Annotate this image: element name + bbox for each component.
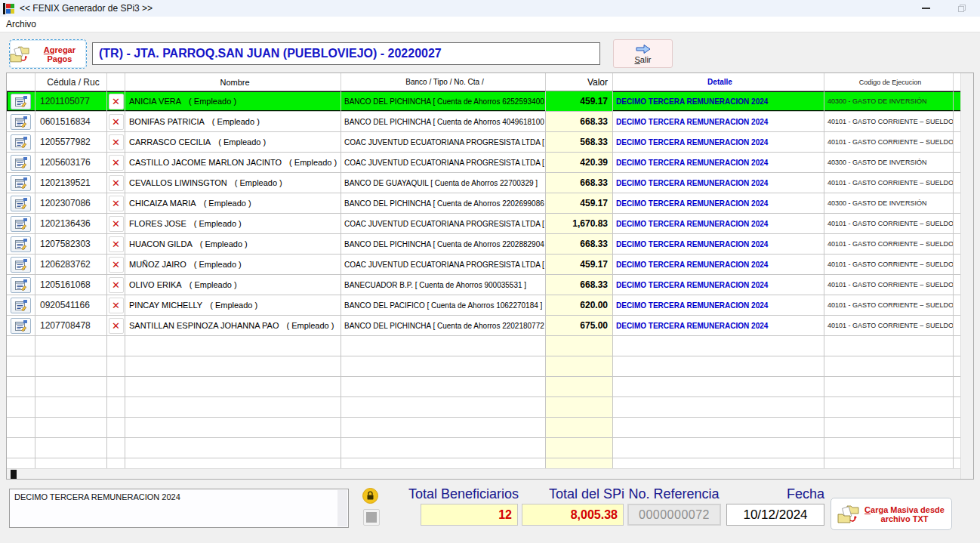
edit-form-icon: [15, 320, 27, 332]
table-row[interactable]: 0920541166✕PINCAY MICHELLY( Empleado )BA…: [7, 295, 962, 316]
nombre-cell: CASTILLO JACOME MARLON JACINTO( Empleado…: [125, 153, 341, 172]
table-row[interactable]: 1206283762✕MUÑOZ JAIRO( Empleado )COAC J…: [7, 255, 962, 275]
detalle-cell: [613, 418, 824, 437]
entity-title-field[interactable]: [92, 42, 600, 65]
banco-cell: [341, 438, 546, 458]
vertical-scrollbar[interactable]: [960, 73, 973, 479]
delete-row-button[interactable]: ✕: [109, 277, 124, 293]
edit-row-button[interactable]: [11, 196, 31, 211]
delete-row-button[interactable]: ✕: [109, 196, 124, 211]
edit-row-button[interactable]: [11, 155, 31, 171]
codigo-cell: [824, 397, 954, 417]
delete-row-button[interactable]: ✕: [109, 94, 124, 110]
fecha-label: Fecha: [683, 486, 824, 502]
col-header-banco[interactable]: Banco / Tipo / No. Cta /: [341, 73, 546, 91]
delete-row-button[interactable]: ✕: [109, 298, 124, 313]
nombre-cell: MUÑOZ JAIRO( Empleado ): [125, 255, 341, 274]
delete-row-button[interactable]: ✕: [109, 236, 124, 252]
table-row[interactable]: 1205603176✕CASTILLO JACOME MARLON JACINT…: [7, 153, 962, 173]
delete-row-button[interactable]: ✕: [109, 216, 124, 232]
delete-row-button[interactable]: ✕: [109, 114, 124, 130]
codigo-cell: 40101 - GASTO CORRIENTE – SUELDOS: [824, 316, 954, 335]
edit-row-button[interactable]: [11, 277, 31, 293]
edit-form-icon: [15, 116, 27, 128]
restore-button[interactable]: [945, 0, 978, 17]
edit-row-button[interactable]: [11, 257, 31, 273]
codigo-cell: 40101 - GASTO CORRIENTE – SUELDOS: [824, 275, 954, 295]
edit-row-button[interactable]: [11, 298, 31, 313]
table-row[interactable]: 1202139521✕CEVALLOS LIWINSGTON( Empleado…: [7, 173, 962, 193]
horizontal-scrollbar-thumb[interactable]: [11, 470, 17, 479]
table-body: 1201105077✕ANICIA VERA( Empleado )BANCO …: [7, 91, 962, 470]
banco-cell: COAC JUVENTUD ECUATORIANA PROGRESISTA LT…: [341, 132, 546, 152]
nombre-cell: CHICAIZA MARIA( Empleado ): [125, 193, 341, 213]
table-row[interactable]: 1207582303✕HUACON GILDA( Empleado )BANCO…: [7, 234, 962, 255]
col-header-codigo[interactable]: Codigo de Ejecucion: [824, 73, 954, 91]
nombre-cell: PINCAY MICHELLY( Empleado ): [125, 295, 341, 315]
valor-cell: 668.33: [546, 275, 613, 295]
horizontal-scrollbar[interactable]: [7, 468, 962, 479]
detalle-cell: [613, 336, 824, 356]
folders-icon: [837, 504, 860, 525]
detalle-cell: DECIMO TERCERA REMUNERACION 2024: [613, 275, 824, 295]
delete-cell: [107, 418, 125, 437]
menu-archivo[interactable]: Archivo: [0, 19, 42, 29]
edit-row-button[interactable]: [11, 134, 31, 150]
table-row[interactable]: 1202136436✕FLORES JOSE( Empleado )COAC J…: [7, 214, 962, 234]
codigo-cell: [824, 356, 954, 376]
table-row[interactable]: 1205577982✕CARRASCO CECILIA( Empleado )C…: [7, 132, 962, 153]
detalle-cell: DECIMO TERCERA REMUNERACION 2024: [613, 255, 824, 274]
edit-form-icon: [15, 198, 27, 209]
table-row[interactable]: 1202307086✕CHICAIZA MARIA( Empleado )BAN…: [7, 193, 962, 214]
delete-row-button[interactable]: ✕: [109, 257, 124, 273]
cedula-cell: [35, 438, 107, 458]
codigo-cell: 40101 - GASTO CORRIENTE – SUELDOS: [824, 173, 954, 193]
banco-cell: COAC JUVENTUD ECUATORIANA PROGRESISTA LT…: [341, 255, 546, 274]
delete-row-button[interactable]: ✕: [109, 134, 124, 150]
edit-cell: [7, 153, 35, 172]
banco-cell: [341, 397, 546, 417]
table-row[interactable]: 1205161068✕OLIVO ERIKA( Empleado )BANECU…: [7, 275, 962, 295]
tipo-text: ( Empleado ): [235, 178, 282, 187]
detalle-memo-field[interactable]: DECIMO TERCERA REMUNERACION 2024: [9, 489, 349, 528]
edit-cell: [7, 234, 35, 254]
edit-row-button[interactable]: [11, 175, 31, 191]
delete-row-button[interactable]: ✕: [109, 155, 124, 171]
tipo-text: ( Empleado ): [194, 260, 242, 269]
edit-cell: [7, 173, 35, 193]
edit-cell: [7, 214, 35, 233]
memo-scrollbar[interactable]: [337, 490, 347, 526]
edit-row-button[interactable]: [11, 114, 31, 130]
banco-cell: [341, 418, 546, 437]
edit-row-button[interactable]: [11, 94, 31, 110]
delete-row-button[interactable]: ✕: [109, 175, 124, 191]
carga-masiva-button[interactable]: Carga Masiva desde archivo TXT: [831, 498, 952, 530]
table-row[interactable]: 1207708478✕SANTILLAN ESPINOZA JOHANNA PA…: [7, 316, 962, 336]
color-swatch-button[interactable]: [363, 509, 380, 526]
table-row[interactable]: 1201105077✕ANICIA VERA( Empleado )BANCO …: [7, 91, 962, 112]
agregar-pagos-button[interactable]: Agregar Pagos: [9, 39, 87, 69]
edit-row-button[interactable]: [11, 236, 31, 252]
col-header-detalle[interactable]: Detalle: [613, 73, 824, 91]
delete-row-button[interactable]: ✕: [109, 318, 124, 334]
edit-row-button[interactable]: [11, 318, 31, 334]
cedula-cell: [35, 397, 107, 417]
table-row[interactable]: 0601516834✕BONIFAS PATRICIA( Empleado )B…: [7, 112, 962, 132]
valor-cell: [546, 397, 613, 417]
valor-cell: [546, 438, 613, 458]
detalle-cell: DECIMO TERCERA REMUNERACION 2024: [613, 234, 824, 254]
codigo-cell: [824, 418, 954, 437]
codigo-cell: [824, 336, 954, 356]
salir-button[interactable]: Salir: [613, 39, 673, 68]
minimize-button[interactable]: [909, 0, 942, 17]
col-header-nombre[interactable]: Nombre: [125, 73, 341, 91]
banco-cell: BANCO DEL PICHINCHA [ Cuenta de Ahorros …: [341, 234, 546, 254]
codigo-cell: 40300 - GASTO DE INVERSIÓN: [824, 193, 954, 213]
salir-label: Salir: [634, 55, 651, 64]
col-header-valor[interactable]: Valor: [546, 73, 613, 91]
fecha-field[interactable]: [726, 504, 824, 526]
banco-cell: BANCO DEL PICHINCHA [ Cuenta de Ahorros …: [341, 91, 546, 111]
col-header-cedula[interactable]: Cédula / Ruc: [35, 73, 107, 91]
edit-row-button[interactable]: [11, 216, 31, 232]
codigo-cell: 40101 - GASTO CORRIENTE – SUELDOS: [824, 295, 954, 315]
